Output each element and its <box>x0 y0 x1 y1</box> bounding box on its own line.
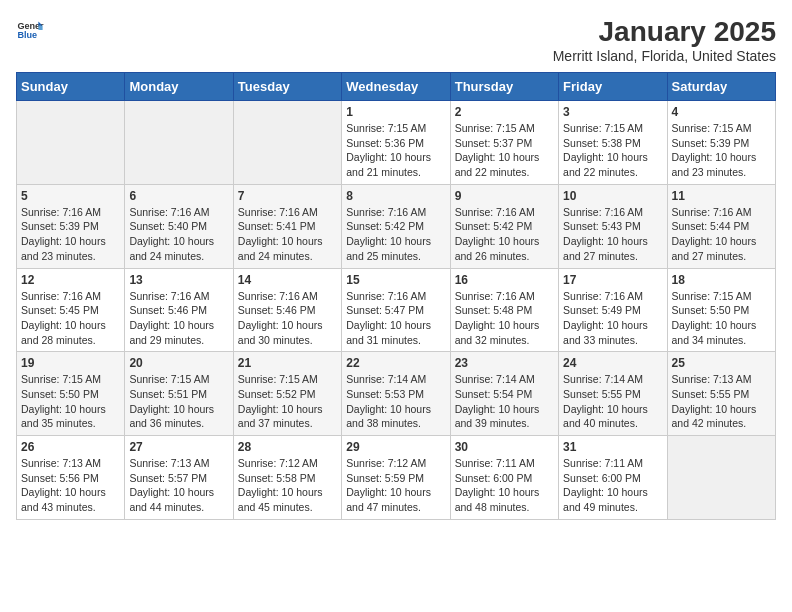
logo-icon: General Blue <box>16 16 44 44</box>
day-number: 9 <box>455 189 554 203</box>
day-info: Sunrise: 7:15 AM Sunset: 5:50 PM Dayligh… <box>672 289 771 348</box>
calendar-cell: 24Sunrise: 7:14 AM Sunset: 5:55 PM Dayli… <box>559 352 667 436</box>
day-number: 12 <box>21 273 120 287</box>
page-header: General Blue January 2025 Merritt Island… <box>16 16 776 64</box>
calendar-day-header: Sunday <box>17 73 125 101</box>
day-info: Sunrise: 7:16 AM Sunset: 5:42 PM Dayligh… <box>346 205 445 264</box>
day-number: 26 <box>21 440 120 454</box>
calendar-cell: 12Sunrise: 7:16 AM Sunset: 5:45 PM Dayli… <box>17 268 125 352</box>
calendar-week-row: 5Sunrise: 7:16 AM Sunset: 5:39 PM Daylig… <box>17 184 776 268</box>
day-info: Sunrise: 7:15 AM Sunset: 5:38 PM Dayligh… <box>563 121 662 180</box>
day-number: 2 <box>455 105 554 119</box>
day-info: Sunrise: 7:14 AM Sunset: 5:53 PM Dayligh… <box>346 372 445 431</box>
calendar-header-row: SundayMondayTuesdayWednesdayThursdayFrid… <box>17 73 776 101</box>
calendar-week-row: 26Sunrise: 7:13 AM Sunset: 5:56 PM Dayli… <box>17 436 776 520</box>
title-block: January 2025 Merritt Island, Florida, Un… <box>553 16 776 64</box>
day-info: Sunrise: 7:16 AM Sunset: 5:40 PM Dayligh… <box>129 205 228 264</box>
day-info: Sunrise: 7:15 AM Sunset: 5:36 PM Dayligh… <box>346 121 445 180</box>
day-info: Sunrise: 7:16 AM Sunset: 5:44 PM Dayligh… <box>672 205 771 264</box>
day-number: 5 <box>21 189 120 203</box>
calendar-body: 1Sunrise: 7:15 AM Sunset: 5:36 PM Daylig… <box>17 101 776 520</box>
day-number: 1 <box>346 105 445 119</box>
calendar-day-header: Tuesday <box>233 73 341 101</box>
calendar-cell <box>125 101 233 185</box>
day-number: 16 <box>455 273 554 287</box>
calendar-cell: 2Sunrise: 7:15 AM Sunset: 5:37 PM Daylig… <box>450 101 558 185</box>
calendar-cell <box>233 101 341 185</box>
svg-text:Blue: Blue <box>17 30 37 40</box>
day-number: 30 <box>455 440 554 454</box>
day-info: Sunrise: 7:16 AM Sunset: 5:46 PM Dayligh… <box>129 289 228 348</box>
day-info: Sunrise: 7:15 AM Sunset: 5:39 PM Dayligh… <box>672 121 771 180</box>
calendar-cell <box>17 101 125 185</box>
day-number: 25 <box>672 356 771 370</box>
calendar-cell: 10Sunrise: 7:16 AM Sunset: 5:43 PM Dayli… <box>559 184 667 268</box>
calendar-cell: 8Sunrise: 7:16 AM Sunset: 5:42 PM Daylig… <box>342 184 450 268</box>
day-info: Sunrise: 7:16 AM Sunset: 5:46 PM Dayligh… <box>238 289 337 348</box>
day-number: 7 <box>238 189 337 203</box>
calendar-cell: 17Sunrise: 7:16 AM Sunset: 5:49 PM Dayli… <box>559 268 667 352</box>
page-title: January 2025 <box>553 16 776 48</box>
calendar-cell: 11Sunrise: 7:16 AM Sunset: 5:44 PM Dayli… <box>667 184 775 268</box>
day-number: 28 <box>238 440 337 454</box>
calendar-week-row: 1Sunrise: 7:15 AM Sunset: 5:36 PM Daylig… <box>17 101 776 185</box>
calendar-cell: 4Sunrise: 7:15 AM Sunset: 5:39 PM Daylig… <box>667 101 775 185</box>
calendar-cell: 30Sunrise: 7:11 AM Sunset: 6:00 PM Dayli… <box>450 436 558 520</box>
day-info: Sunrise: 7:12 AM Sunset: 5:58 PM Dayligh… <box>238 456 337 515</box>
day-info: Sunrise: 7:11 AM Sunset: 6:00 PM Dayligh… <box>563 456 662 515</box>
day-info: Sunrise: 7:15 AM Sunset: 5:51 PM Dayligh… <box>129 372 228 431</box>
day-info: Sunrise: 7:15 AM Sunset: 5:37 PM Dayligh… <box>455 121 554 180</box>
day-info: Sunrise: 7:13 AM Sunset: 5:56 PM Dayligh… <box>21 456 120 515</box>
calendar-day-header: Thursday <box>450 73 558 101</box>
calendar-cell: 27Sunrise: 7:13 AM Sunset: 5:57 PM Dayli… <box>125 436 233 520</box>
calendar-cell: 18Sunrise: 7:15 AM Sunset: 5:50 PM Dayli… <box>667 268 775 352</box>
calendar-week-row: 12Sunrise: 7:16 AM Sunset: 5:45 PM Dayli… <box>17 268 776 352</box>
calendar-cell: 28Sunrise: 7:12 AM Sunset: 5:58 PM Dayli… <box>233 436 341 520</box>
day-info: Sunrise: 7:15 AM Sunset: 5:52 PM Dayligh… <box>238 372 337 431</box>
calendar-table: SundayMondayTuesdayWednesdayThursdayFrid… <box>16 72 776 520</box>
calendar-cell: 16Sunrise: 7:16 AM Sunset: 5:48 PM Dayli… <box>450 268 558 352</box>
calendar-cell: 9Sunrise: 7:16 AM Sunset: 5:42 PM Daylig… <box>450 184 558 268</box>
day-number: 20 <box>129 356 228 370</box>
calendar-cell: 31Sunrise: 7:11 AM Sunset: 6:00 PM Dayli… <box>559 436 667 520</box>
day-info: Sunrise: 7:16 AM Sunset: 5:43 PM Dayligh… <box>563 205 662 264</box>
day-number: 10 <box>563 189 662 203</box>
day-number: 17 <box>563 273 662 287</box>
day-number: 24 <box>563 356 662 370</box>
day-info: Sunrise: 7:14 AM Sunset: 5:55 PM Dayligh… <box>563 372 662 431</box>
svg-marker-3 <box>38 26 42 30</box>
day-number: 14 <box>238 273 337 287</box>
day-info: Sunrise: 7:16 AM Sunset: 5:42 PM Dayligh… <box>455 205 554 264</box>
calendar-cell: 1Sunrise: 7:15 AM Sunset: 5:36 PM Daylig… <box>342 101 450 185</box>
day-info: Sunrise: 7:16 AM Sunset: 5:49 PM Dayligh… <box>563 289 662 348</box>
day-number: 4 <box>672 105 771 119</box>
day-number: 31 <box>563 440 662 454</box>
day-number: 11 <box>672 189 771 203</box>
calendar-cell: 13Sunrise: 7:16 AM Sunset: 5:46 PM Dayli… <box>125 268 233 352</box>
calendar-day-header: Wednesday <box>342 73 450 101</box>
day-number: 23 <box>455 356 554 370</box>
day-number: 13 <box>129 273 228 287</box>
day-number: 19 <box>21 356 120 370</box>
day-number: 18 <box>672 273 771 287</box>
page-subtitle: Merritt Island, Florida, United States <box>553 48 776 64</box>
day-number: 22 <box>346 356 445 370</box>
calendar-week-row: 19Sunrise: 7:15 AM Sunset: 5:50 PM Dayli… <box>17 352 776 436</box>
calendar-day-header: Saturday <box>667 73 775 101</box>
calendar-cell: 23Sunrise: 7:14 AM Sunset: 5:54 PM Dayli… <box>450 352 558 436</box>
calendar-cell: 21Sunrise: 7:15 AM Sunset: 5:52 PM Dayli… <box>233 352 341 436</box>
day-number: 29 <box>346 440 445 454</box>
day-info: Sunrise: 7:15 AM Sunset: 5:50 PM Dayligh… <box>21 372 120 431</box>
day-info: Sunrise: 7:16 AM Sunset: 5:39 PM Dayligh… <box>21 205 120 264</box>
day-info: Sunrise: 7:16 AM Sunset: 5:45 PM Dayligh… <box>21 289 120 348</box>
day-info: Sunrise: 7:13 AM Sunset: 5:55 PM Dayligh… <box>672 372 771 431</box>
calendar-cell: 6Sunrise: 7:16 AM Sunset: 5:40 PM Daylig… <box>125 184 233 268</box>
calendar-cell: 14Sunrise: 7:16 AM Sunset: 5:46 PM Dayli… <box>233 268 341 352</box>
day-info: Sunrise: 7:12 AM Sunset: 5:59 PM Dayligh… <box>346 456 445 515</box>
day-number: 6 <box>129 189 228 203</box>
calendar-cell: 15Sunrise: 7:16 AM Sunset: 5:47 PM Dayli… <box>342 268 450 352</box>
day-info: Sunrise: 7:13 AM Sunset: 5:57 PM Dayligh… <box>129 456 228 515</box>
logo: General Blue <box>16 16 44 44</box>
calendar-cell: 22Sunrise: 7:14 AM Sunset: 5:53 PM Dayli… <box>342 352 450 436</box>
day-number: 21 <box>238 356 337 370</box>
